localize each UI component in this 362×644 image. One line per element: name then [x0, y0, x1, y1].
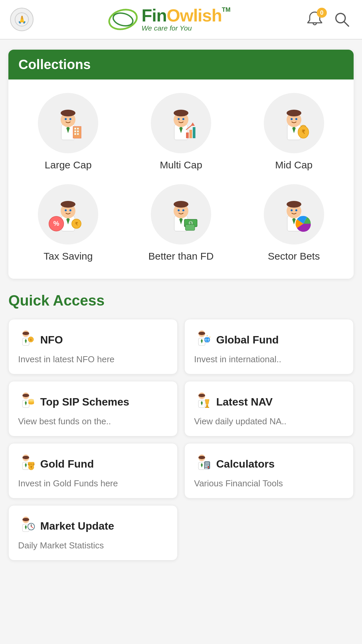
- collection-circle-multi-cap: [151, 93, 211, 153]
- quick-access-section: Quick Access $ NFO Invest i: [0, 289, 362, 574]
- svg-point-71: [22, 332, 29, 335]
- collection-item-tax-saving[interactable]: % ₹ Tax Saving: [12, 177, 125, 269]
- quick-card-nfo-header: $ NFO: [17, 329, 169, 351]
- collection-circle-tax-saving: % ₹: [38, 184, 98, 245]
- svg-rect-18: [74, 133, 76, 135]
- collection-circle-sector-bets: [264, 184, 324, 245]
- svg-rect-115: [208, 465, 209, 466]
- svg-rect-19: [77, 133, 79, 135]
- svg-text:%: %: [53, 220, 59, 227]
- svg-rect-14: [74, 128, 76, 129]
- latest-nav-desc: View daily updated NA..: [194, 416, 345, 427]
- svg-point-37: [295, 118, 297, 120]
- svg-rect-28: [189, 130, 192, 138]
- svg-point-26: [182, 118, 184, 120]
- svg-rect-15: [77, 128, 79, 129]
- calculators-desc: Various Financial Tools: [194, 478, 345, 489]
- quick-card-global-header: Global Fund: [193, 329, 345, 351]
- collection-label-mid-cap: Mid Cap: [275, 159, 313, 171]
- svg-point-108: [198, 456, 205, 459]
- collection-item-multi-cap[interactable]: Multi Cap: [125, 86, 238, 177]
- svg-point-86: [22, 394, 29, 397]
- collection-item-sector-bets[interactable]: Sector Bets: [237, 177, 350, 269]
- svg-point-100: [22, 456, 29, 459]
- svg-point-46: [69, 209, 71, 211]
- collections-title: Collections: [18, 57, 91, 72]
- collections-header: Collections: [8, 50, 354, 79]
- quick-card-calculators[interactable]: Calculators Various Financial Tools: [184, 443, 354, 498]
- svg-rect-112: [205, 462, 209, 464]
- svg-rect-97: [206, 405, 208, 407]
- svg-rect-29: [193, 127, 195, 138]
- quick-card-market-header: Market Update: [17, 515, 169, 537]
- quick-card-sip-header: Top SIP Schemes: [17, 391, 169, 413]
- logo-fin: Fin: [141, 7, 167, 24]
- quick-card-nav-header: Latest NAV: [193, 391, 345, 413]
- svg-rect-114: [206, 465, 207, 466]
- header-actions: 0: [305, 9, 352, 30]
- svg-point-122: [22, 518, 29, 521]
- svg-point-11: [65, 118, 67, 120]
- logo-owlish: Owlish: [167, 7, 222, 24]
- collection-label-large-cap: Large Cap: [45, 159, 92, 171]
- svg-line-84: [209, 337, 210, 337]
- notification-badge: 0: [317, 8, 327, 18]
- svg-point-45: [65, 209, 67, 211]
- quick-card-market-update[interactable]: Market Update Daily Market Statistics: [8, 505, 178, 560]
- global-fund-title: Global Fund: [216, 334, 279, 346]
- top-sip-icon: [17, 391, 35, 413]
- notification-button[interactable]: 0: [305, 9, 325, 30]
- svg-text:$: $: [30, 338, 32, 341]
- collection-item-large-cap[interactable]: Large Cap: [12, 86, 125, 177]
- search-button[interactable]: [332, 9, 352, 30]
- logo-tm: TM: [222, 7, 231, 13]
- collection-label-multi-cap: Multi Cap: [160, 159, 202, 171]
- quick-card-gold-header: GOLD ₹ Gold Fund: [17, 453, 169, 475]
- svg-point-35: [287, 110, 301, 116]
- collection-item-mid-cap[interactable]: ₹ Mid Cap: [237, 86, 350, 177]
- svg-point-2: [108, 7, 138, 32]
- collection-label-better-fd: Better than FD: [148, 251, 214, 262]
- quick-access-title: Quick Access: [8, 292, 354, 309]
- svg-point-44: [61, 201, 75, 208]
- app-header: 🙏 FinOwlishTM We care for You 0: [0, 0, 362, 40]
- svg-point-24: [174, 110, 188, 116]
- collection-item-better-fd[interactable]: $ Better than FD: [125, 177, 238, 269]
- svg-point-10: [61, 110, 75, 116]
- svg-point-25: [178, 118, 180, 120]
- calculators-title: Calculators: [216, 458, 275, 470]
- nfo-icon: $: [17, 329, 35, 351]
- quick-card-global-fund[interactable]: Global Fund Invest in international..: [184, 319, 354, 374]
- collection-label-sector-bets: Sector Bets: [268, 251, 320, 262]
- latest-nav-icon: [193, 391, 211, 413]
- quick-card-top-sip[interactable]: Top SIP Schemes View best funds on the..: [8, 381, 178, 436]
- market-update-desc: Daily Market Statistics: [18, 540, 169, 551]
- gold-fund-desc: Invest in Gold Funds here: [18, 478, 169, 489]
- svg-rect-16: [74, 130, 76, 132]
- gold-fund-title: Gold Fund: [40, 458, 94, 470]
- collection-circle-mid-cap: ₹: [264, 93, 324, 153]
- svg-rect-98: [205, 407, 209, 408]
- svg-point-57: [182, 209, 184, 211]
- collection-circle-large-cap: [38, 93, 98, 153]
- logo-tagline: We care for You: [141, 24, 192, 32]
- svg-point-56: [178, 209, 180, 211]
- nfo-title: NFO: [40, 334, 63, 346]
- svg-text:🙏: 🙏: [17, 15, 27, 24]
- svg-rect-120: [206, 468, 207, 469]
- quick-card-nfo[interactable]: $ NFO Invest in latest NFO here: [8, 319, 178, 374]
- svg-rect-61: [185, 224, 195, 230]
- global-fund-desc: Invest in international..: [194, 354, 345, 365]
- market-update-icon: [17, 515, 35, 537]
- quick-card-latest-nav[interactable]: Latest NAV View daily updated NA..: [184, 381, 354, 436]
- svg-point-94: [198, 394, 205, 397]
- avatar-button[interactable]: 🙏: [10, 8, 34, 31]
- quick-card-gold-fund[interactable]: GOLD ₹ Gold Fund Invest in Gold Funds he…: [8, 443, 178, 498]
- svg-point-92: [28, 399, 34, 401]
- latest-nav-title: Latest NAV: [216, 396, 273, 408]
- market-update-title: Market Update: [40, 520, 114, 532]
- svg-rect-117: [206, 466, 207, 467]
- quick-card-calc-header: Calculators: [193, 453, 345, 475]
- collection-circle-better-fd: $: [151, 184, 211, 245]
- nfo-desc: Invest in latest NFO here: [18, 354, 169, 365]
